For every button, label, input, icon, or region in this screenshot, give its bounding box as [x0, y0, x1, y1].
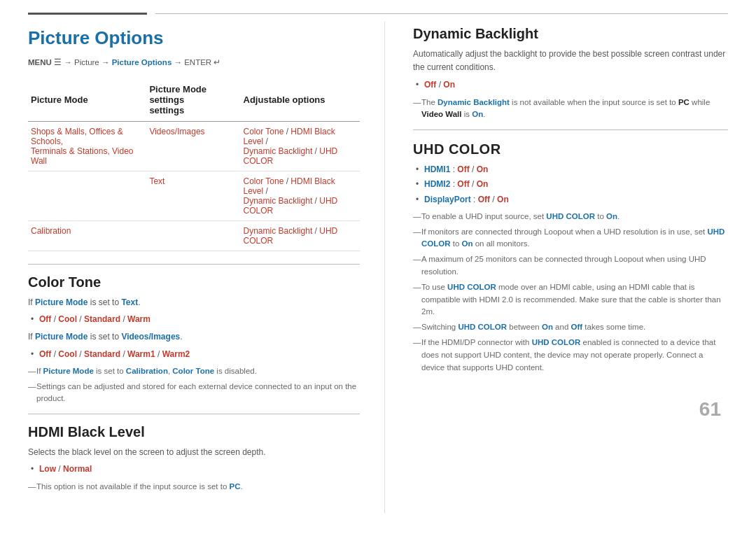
- color-tone-title: Color Tone: [28, 274, 360, 290]
- hdmi-black-level-desc: Selects the black level on the screen to…: [28, 446, 360, 459]
- hdmi-black-level-note: This option is not available if the inpu…: [28, 481, 360, 493]
- arrow2: →: [102, 58, 112, 66]
- hdmi-black-level-list: Low / Normal: [28, 463, 360, 476]
- color-tone-para2: If Picture Mode is set to Videos/Images.: [28, 330, 360, 344]
- uhd-note-2: If monitors are connected through Loopou…: [413, 226, 728, 251]
- divider-1: [28, 264, 360, 265]
- top-bar: [28, 0, 728, 22]
- hdmi-black-level-title: HDMI Black Level: [28, 424, 360, 440]
- table-row: Shops & Malls, Offices & Schools,Termina…: [28, 122, 360, 171]
- menu-item-picture: Picture: [74, 58, 99, 66]
- uhd-note-4: To use UHD COLOR mode over an HDMI cable…: [413, 281, 728, 318]
- list-item: Off / Cool / Standard / Warm1 / Warm2: [28, 348, 360, 361]
- page: Picture Options MENU ☰ → Picture → Pictu…: [0, 0, 756, 534]
- uhd-note-6: If the HDMI/DP connector with UHD COLOR …: [413, 337, 728, 374]
- options-table: Picture Mode Picture Mode settings setti…: [28, 80, 360, 251]
- top-line-right: [155, 13, 728, 14]
- table-cell-mode-3: Calibration: [28, 221, 146, 251]
- list-item: Low / Normal: [28, 463, 360, 476]
- table-cell-options-3: Dynamic Backlight / UHD COLOR: [241, 221, 360, 251]
- menu-icon: ☰: [54, 58, 62, 66]
- menu-path: MENU ☰ → Picture → Picture Options → ENT…: [28, 57, 360, 67]
- arrow3: → ENTER: [174, 58, 214, 66]
- uhd-color-title: UHD COLOR: [413, 141, 728, 157]
- arrow1: →: [64, 58, 74, 66]
- table-row: Calibration Dynamic Backlight / UHD COLO…: [28, 221, 360, 251]
- list-item: DisplayPort : Off / On: [413, 193, 728, 206]
- color-tone-note1: If Picture Mode is set to Calibration, C…: [28, 365, 360, 378]
- uhd-note-1: To enable a UHD input source, set UHD CO…: [413, 211, 728, 223]
- color-tone-list1: Off / Cool / Standard / Warm: [28, 313, 360, 326]
- page-number: 61: [413, 377, 728, 421]
- table-cell-mode-2: [28, 171, 146, 221]
- right-column: Dynamic Backlight Automatically adjust t…: [385, 22, 728, 513]
- col-header-1: Picture Mode: [28, 80, 146, 122]
- divider-2: [28, 414, 360, 414]
- table-cell-setting-3: [146, 221, 240, 251]
- table-cell-setting-1: Videos/Images: [146, 122, 240, 171]
- table-row: Text Color Tone / HDMI Black Level / Dyn…: [28, 171, 360, 221]
- menu-item-options: Picture Options: [112, 58, 172, 66]
- dynamic-backlight-list: Off / On: [413, 78, 728, 92]
- uhd-note-3: A maximum of 25 monitors can be connecte…: [413, 253, 728, 279]
- list-item: Off / Cool / Standard / Warm: [28, 313, 360, 326]
- dynamic-backlight-note: The Dynamic Backlight is not available w…: [413, 97, 728, 122]
- left-column: Picture Options MENU ☰ → Picture → Pictu…: [28, 22, 385, 513]
- uhd-color-list: HDMI1 : Off / On HDMI2 : Off / On Displa…: [413, 163, 728, 206]
- col-header-2: Picture Mode settings settings: [146, 80, 240, 122]
- enter-icon: ↵: [214, 58, 220, 66]
- dynamic-backlight-title: Dynamic Backlight: [413, 26, 728, 42]
- list-item: Off / On: [413, 78, 728, 92]
- list-item: HDMI2 : Off / On: [413, 178, 728, 191]
- divider-3: [413, 129, 728, 130]
- color-tone-para1: If Picture Mode is set to Text.: [28, 296, 360, 309]
- list-item: HDMI1 : Off / On: [413, 163, 728, 176]
- page-title: Picture Options: [28, 27, 360, 49]
- table-cell-options-1: Color Tone / HDMI Black Level / Dynamic …: [241, 122, 360, 171]
- table-cell-options-2: Color Tone / HDMI Black Level / Dynamic …: [241, 171, 360, 221]
- table-cell-setting-2: Text: [146, 171, 240, 221]
- content-area: Picture Options MENU ☰ → Picture → Pictu…: [28, 22, 728, 513]
- table-cell-mode-1: Shops & Malls, Offices & Schools,Termina…: [28, 122, 146, 171]
- color-tone-note2: Settings can be adjusted and stored for …: [28, 381, 360, 406]
- top-line-left: [28, 13, 147, 15]
- uhd-note-5: Switching UHD COLOR between On and Off t…: [413, 321, 728, 334]
- color-tone-list2: Off / Cool / Standard / Warm1 / Warm2: [28, 348, 360, 361]
- menu-label: MENU: [28, 58, 54, 66]
- dynamic-backlight-desc: Automatically adjust the backlight to pr…: [413, 48, 728, 74]
- col-header-3: Adjustable options: [241, 80, 360, 122]
